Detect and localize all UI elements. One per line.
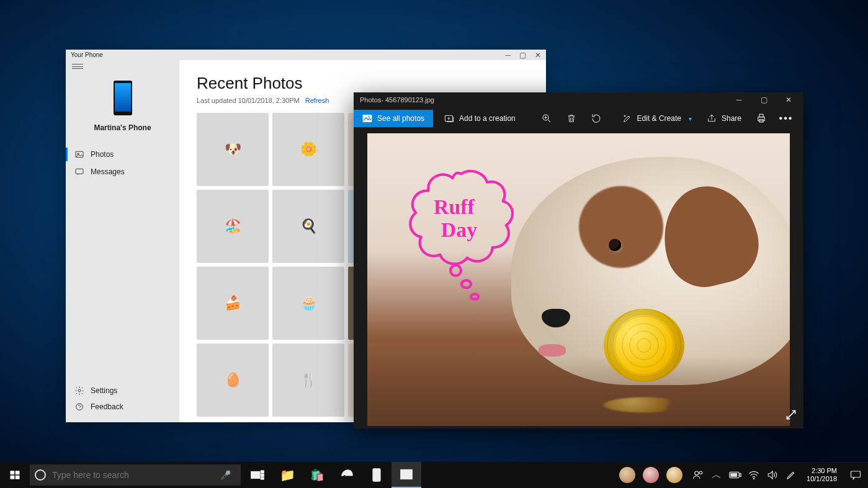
phone-summary: Martina's Phone (66, 74, 179, 140)
fullscreen-icon (785, 409, 797, 421)
zoom-icon (541, 113, 552, 124)
minimize-button[interactable]: ─ (505, 51, 511, 60)
see-all-photos-button[interactable]: See all photos (354, 110, 433, 127)
chevron-up-icon: ︿ (712, 469, 722, 482)
photos-titlebar[interactable]: Photos- 4567890123.jpg ─ ▢ ✕ (354, 92, 803, 107)
fullscreen-button[interactable] (785, 409, 797, 424)
pen-icon (785, 469, 797, 481)
photo-thumbnail[interactable]: 🌼 (272, 113, 344, 186)
photo-thumbnail[interactable]: 🥚 (197, 344, 269, 417)
file-explorer-button[interactable]: 📁 (272, 462, 302, 488)
maximize-button[interactable]: ▢ (753, 92, 775, 107)
annotation-line1: Ruff (434, 195, 475, 218)
photo-thumbnail[interactable]: 🍳 (272, 190, 344, 263)
photos-app-window: Photos- 4567890123.jpg ─ ▢ ✕ See all pho… (354, 92, 803, 428)
people-icon (692, 469, 704, 481)
rotate-icon (591, 113, 602, 124)
see-all-label: See all photos (377, 114, 424, 123)
sidebar-item-messages[interactable]: Messages (66, 163, 179, 180)
more-button[interactable]: ••• (774, 109, 799, 128)
photos-app-icon (400, 469, 413, 480)
action-center-button[interactable] (843, 462, 868, 488)
close-button[interactable]: ✕ (535, 51, 541, 60)
hamburger-icon[interactable] (72, 64, 83, 69)
people-button[interactable] (689, 462, 707, 488)
people-bar (619, 467, 689, 483)
clock-date: 10/1/2018 (807, 475, 837, 483)
svg-rect-4 (76, 169, 83, 174)
sidebar-item-feedback[interactable]: Feedback (66, 399, 179, 415)
volume-button[interactable] (763, 462, 782, 488)
share-label: Share (722, 114, 741, 123)
share-button[interactable]: Share (699, 109, 749, 128)
search-input[interactable] (52, 470, 214, 480)
action-center-icon (850, 470, 861, 480)
battery-button[interactable] (726, 462, 745, 488)
cortana-icon (35, 469, 46, 481)
maximize-button[interactable]: ▢ (519, 51, 526, 60)
your-phone-titlebar[interactable]: Your Phone ─ ▢ ✕ (66, 50, 546, 60)
gear-icon (74, 386, 84, 396)
sidebar-photos-label: Photos (91, 150, 114, 159)
edit-create-label: Edit & Create (637, 114, 681, 123)
your-phone-title: Your Phone (71, 51, 103, 58)
add-to-creation-button[interactable]: Add to a creation (437, 109, 523, 128)
ball-graphic (604, 309, 684, 382)
zoom-button[interactable] (534, 109, 559, 128)
svg-rect-19 (11, 476, 15, 479)
photo-canvas[interactable]: Ruff Day (367, 133, 790, 426)
volume-icon (767, 470, 778, 480)
photo-thumbnail[interactable]: 🐶 (197, 113, 269, 186)
refresh-link[interactable]: Refresh (305, 97, 329, 104)
svg-rect-22 (261, 471, 264, 473)
wifi-icon (748, 471, 759, 479)
svg-rect-23 (261, 474, 264, 476)
svg-rect-33 (730, 473, 737, 477)
add-creation-label: Add to a creation (459, 114, 516, 123)
taskbar: 🎤 📁 🛍️ ︿ 2:30 PM 10/1/2018 (0, 462, 868, 488)
phone-device-icon (113, 80, 133, 116)
system-tray: ︿ (689, 462, 800, 488)
sidebar-item-settings[interactable]: Settings (66, 383, 179, 399)
clock-time: 2:30 PM (812, 467, 837, 475)
your-phone-sidebar: Martina's Phone Photos Messages Settings (66, 60, 179, 422)
your-phone-taskbar-button[interactable] (362, 462, 391, 488)
people-contact[interactable] (643, 467, 659, 483)
add-creation-icon (444, 114, 454, 123)
svg-point-28 (408, 471, 409, 473)
edit-create-button[interactable]: Edit & Create ▾ (615, 109, 699, 128)
svg-point-29 (695, 471, 699, 475)
sidebar-item-photos[interactable]: Photos (66, 146, 179, 163)
tray-overflow-button[interactable]: ︿ (707, 462, 726, 488)
store-button[interactable]: 🛍️ (302, 462, 332, 488)
mic-icon[interactable]: 🎤 (214, 470, 237, 480)
taskbar-search[interactable]: 🎤 (30, 464, 241, 486)
photos-taskbar-button[interactable] (391, 462, 421, 488)
people-contact[interactable] (619, 467, 635, 483)
task-view-button[interactable] (243, 462, 272, 488)
svg-point-6 (76, 404, 83, 410)
phone-icon (372, 468, 381, 482)
photo-thumbnail[interactable]: 🏖️ (197, 190, 269, 263)
messages-icon (74, 167, 84, 177)
svg-rect-24 (261, 477, 264, 479)
chevron-down-icon: ▾ (689, 115, 692, 122)
delete-button[interactable] (559, 109, 584, 128)
minimize-button[interactable]: ─ (728, 92, 750, 107)
photo-thumbnail[interactable]: 🍴 (272, 344, 344, 417)
edge-button[interactable] (332, 462, 362, 488)
photo-thumbnail[interactable]: 🧁 (272, 267, 344, 340)
taskbar-clock[interactable]: 2:30 PM 10/1/2018 (800, 467, 843, 483)
start-button[interactable] (0, 462, 30, 488)
rotate-button[interactable] (584, 109, 609, 128)
last-updated-text: Last updated 10/01/2018, 2:30PM (197, 97, 300, 104)
people-contact[interactable] (666, 467, 682, 483)
svg-rect-1 (115, 83, 131, 112)
battery-icon (729, 471, 741, 479)
photo-thumbnail[interactable]: 🍰 (197, 267, 269, 340)
ink-workspace-button[interactable] (782, 462, 800, 488)
close-button[interactable]: ✕ (777, 92, 800, 107)
sidebar-feedback-label: Feedback (91, 402, 123, 411)
wifi-button[interactable] (745, 462, 763, 488)
print-button[interactable] (749, 109, 774, 128)
